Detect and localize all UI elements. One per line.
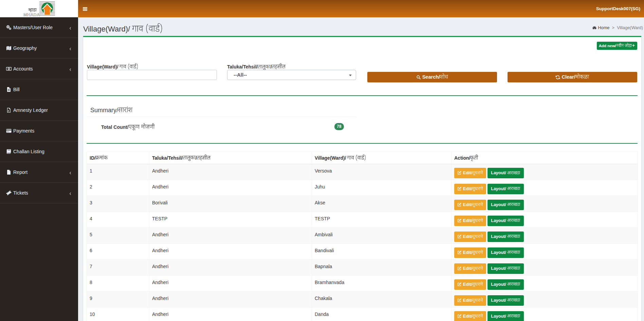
svg-text:x: x	[8, 109, 10, 112]
